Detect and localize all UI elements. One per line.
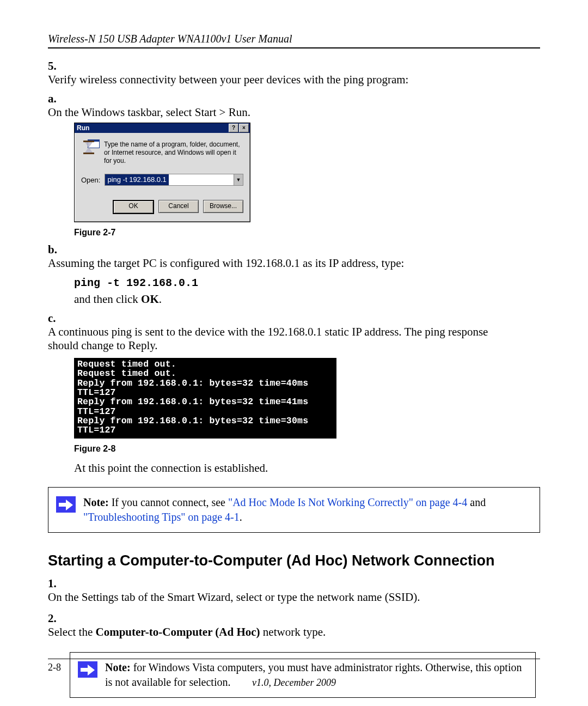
run-title: Run <box>77 124 89 132</box>
open-input-value: ping -t 192.168.0.1 <box>105 174 168 185</box>
open-combobox[interactable]: ping -t 192.168.0.1 ▼ <box>105 174 243 186</box>
dropdown-icon[interactable]: ▼ <box>234 174 243 185</box>
step-number: 1. <box>48 577 63 591</box>
adhoc-step1-text: On the Settings tab of the Smart Wizard,… <box>48 591 523 604</box>
browse-button[interactable]: Browse... <box>203 200 243 213</box>
console-line: Reply from 192.168.0.1: bytes=32 time=41… <box>77 397 333 416</box>
figure-2-8-caption: Figure 2-8 <box>74 444 523 454</box>
ok-button[interactable]: OK <box>113 200 154 214</box>
figure-2-7-caption: Figure 2-7 <box>74 228 523 238</box>
step-number: 2. <box>48 612 63 625</box>
adhoc-bold: Computer-to-Computer (Ad Hoc) <box>95 625 260 638</box>
step-5b-text1: Assuming the target PC is configured wit… <box>48 257 404 270</box>
step-5b-text2a: and then click <box>74 293 141 306</box>
note1-t3: . <box>240 511 242 523</box>
step-5-text: Verify wireless connectivity between you… <box>48 73 408 86</box>
step-5c-text: A continuous ping is sent to the device … <box>48 325 506 352</box>
sub-alpha: a. <box>48 92 62 106</box>
console-line: Reply from 192.168.0.1: bytes=32 time=40… <box>77 379 333 398</box>
link-adhoc-not-working[interactable]: "Ad Hoc Mode Is Not Working Correctly" o… <box>228 496 467 508</box>
ping-command: ping -t 192.168.0.1 <box>74 277 198 289</box>
footer-version: v1.0, December 2009 <box>0 677 588 689</box>
step-5a: a. On the Windows taskbar, select Start … <box>48 92 523 238</box>
connection-established-text: At this point the connection is establis… <box>74 461 523 475</box>
help-button[interactable]: ? <box>229 124 238 132</box>
run-titlebar: Run ? × <box>75 123 250 133</box>
open-label: Open: <box>81 176 100 184</box>
sub-alpha: b. <box>48 243 62 257</box>
console-line: Reply from 192.168.0.1: bytes=32 time=30… <box>77 416 333 435</box>
section-heading-adhoc: Starting a Computer-to-Computer (Ad Hoc)… <box>48 552 540 569</box>
step-number: 5. <box>48 59 63 73</box>
step-5a-text: On the Windows taskbar, select Start > R… <box>48 106 506 119</box>
note1-t2: and <box>467 496 486 508</box>
ping-console-output: Request timed out. Request timed out. Re… <box>74 358 336 439</box>
cancel-button[interactable]: Cancel <box>158 200 199 213</box>
arrow-icon <box>78 661 97 678</box>
page-number: 2-8 <box>48 662 61 673</box>
adhoc-step-1: 1. On the Settings tab of the Smart Wiza… <box>48 577 540 604</box>
console-line: Request timed out. <box>77 369 333 378</box>
run-icon <box>81 139 99 157</box>
close-button[interactable]: × <box>239 124 249 132</box>
note-cannot-connect: Note: If you cannot connect, see "Ad Hoc… <box>48 487 540 533</box>
link-troubleshooting-tips[interactable]: "Troubleshooting Tips" on page 4-1 <box>83 511 240 523</box>
ok-bold: OK <box>141 293 159 306</box>
arrow-icon <box>56 496 76 513</box>
step-5: 5. Verify wireless connectivity between … <box>48 59 540 475</box>
step-5c: c. A continuous ping is sent to the devi… <box>48 312 523 475</box>
run-description: Type the name of a program, folder, docu… <box>104 139 243 165</box>
running-header: Wireless-N 150 USB Adapter WNA1100v1 Use… <box>48 33 540 45</box>
manual-page: Wireless-N 150 USB Adapter WNA1100v1 Use… <box>0 0 588 706</box>
sub-alpha: c. <box>48 312 62 325</box>
adhoc-step2-t2: network type. <box>260 625 326 638</box>
header-rule <box>48 47 540 48</box>
note-label: Note: <box>83 496 112 508</box>
note1-t1: If you cannot connect, see <box>112 496 228 508</box>
step-5b: b. Assuming the target PC is configured … <box>48 243 523 306</box>
console-line: Request timed out. <box>77 360 333 369</box>
run-dialog: Run ? × <box>74 123 250 222</box>
adhoc-step2-t1: Select the <box>48 625 95 638</box>
step-5b-text2c: . <box>159 293 162 306</box>
footer-rule <box>48 659 540 660</box>
note-label: Note: <box>105 661 133 673</box>
